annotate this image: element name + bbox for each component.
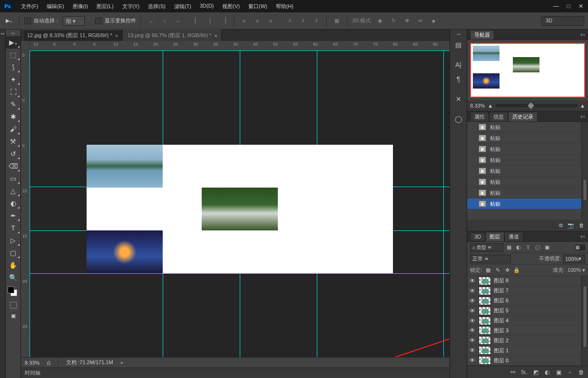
layer-thumbnail[interactable] (479, 346, 491, 355)
navigator-tab[interactable]: 导航器 (470, 30, 494, 40)
layer-row[interactable]: 👁图层 8 (467, 276, 588, 286)
info-tab[interactable]: 信息 (489, 112, 508, 121)
clone-stamp-tool[interactable]: ⚒ (6, 135, 20, 148)
blend-mode-dropdown[interactable]: 正常 ≑ (470, 255, 511, 263)
visibility-icon[interactable]: 👁 (469, 308, 476, 314)
lock-pixels-icon[interactable]: ▩ (485, 267, 491, 274)
filter-adjustment-icon[interactable]: ◐ (515, 244, 522, 251)
document-tab-active[interactable]: 12.jpg @ 8.33% (图层 11, RGB/8#) *× (23, 30, 122, 41)
window-close-button[interactable]: ✕ (577, 2, 585, 10)
opacity-input[interactable]: 100% ▾ (563, 255, 585, 263)
filter-smart-icon[interactable]: ▣ (543, 244, 551, 251)
layer-thumbnail[interactable] (479, 277, 491, 285)
layer-row[interactable]: 👁图层 6 (467, 296, 588, 306)
dist-vcenter-icon[interactable]: ≡ (252, 16, 263, 26)
lock-all-icon[interactable]: 🔒 (513, 267, 520, 274)
delete-layer-icon[interactable]: 🗑 (578, 368, 585, 376)
character-panel-icon[interactable]: A| (452, 58, 465, 71)
magic-wand-tool[interactable]: ✦ (6, 73, 20, 86)
align-vcenter-icon[interactable]: ⫞ (159, 16, 170, 26)
window-minimize-button[interactable]: — (552, 2, 560, 10)
layer-row[interactable]: 👁图层 5 (467, 306, 588, 316)
layer-thumbnail[interactable] (479, 326, 491, 335)
history-item[interactable]: 📋粘贴 (467, 122, 588, 133)
3d-pan-icon[interactable]: ✥ (402, 16, 412, 26)
current-tool-icon[interactable]: ▶₊ (4, 16, 14, 26)
layer-thumbnail[interactable] (479, 297, 491, 305)
libraries-icon[interactable]: ▤ (452, 38, 465, 51)
type-tool[interactable]: T (6, 222, 20, 234)
ruler-origin[interactable] (21, 41, 29, 50)
panel-menu-icon[interactable]: ▾≡ (580, 114, 585, 119)
menu-image[interactable]: 图像(I) (69, 1, 92, 12)
layer-thumbnail[interactable] (479, 336, 491, 345)
timeline-panel-collapsed[interactable]: 时间轴 (21, 368, 450, 378)
menu-layer[interactable]: 图层(L) (93, 1, 117, 12)
new-group-icon[interactable]: ▣ (555, 368, 562, 376)
filter-type-icon[interactable]: T (524, 244, 532, 251)
layer-row[interactable]: 👁图层 4 (467, 316, 588, 326)
history-item[interactable]: 📋粘贴 (467, 133, 588, 144)
brush-tool[interactable]: 🖌 (6, 123, 20, 135)
pen-tool[interactable]: ✒ (6, 209, 20, 222)
3d-scale-icon[interactable]: ■ (428, 16, 439, 26)
history-item[interactable]: 📋粘贴 (467, 166, 588, 177)
workspace-switcher[interactable]: 3D (541, 16, 584, 26)
dist-bottom-icon[interactable]: ≡ (265, 16, 276, 26)
doc-size[interactable]: 文档 :71.2M/171.1M (66, 359, 113, 366)
auto-select-checkbox[interactable] (24, 18, 31, 24)
visibility-icon[interactable]: 👁 (469, 357, 476, 364)
export-icon[interactable]: ⎙ (47, 360, 50, 366)
3d-orbit-icon[interactable]: ◉ (375, 16, 385, 26)
auto-select-dropdown[interactable]: 组 ▾ (63, 16, 85, 26)
align-bottom-icon[interactable]: ⫟ (173, 16, 183, 26)
dist-top-icon[interactable]: ≡ (239, 16, 249, 26)
menu-type[interactable]: 文字(Y) (118, 1, 144, 12)
new-document-from-state-icon[interactable]: ⧉ (559, 222, 563, 229)
hand-tool[interactable]: ✋ (6, 259, 20, 271)
history-item-current[interactable]: 📋粘贴 (467, 199, 588, 209)
layer-filter-type[interactable]: ⌕ 类型 ≑ (470, 243, 503, 252)
marquee-tool[interactable]: ⬚ (6, 49, 20, 61)
menu-3d[interactable]: 3D(D) (196, 1, 217, 12)
layer-style-icon[interactable]: fx. (520, 368, 528, 376)
visibility-icon[interactable]: 👁 (469, 278, 476, 284)
navigator-preview[interactable] (470, 43, 585, 98)
lock-position-icon[interactable]: ✥ (504, 267, 510, 274)
zoom-in-icon[interactable]: ▲ (580, 103, 585, 109)
auto-align-icon[interactable]: ▦ (332, 16, 342, 26)
vertical-ruler[interactable]: 505 101520 25 (21, 50, 29, 357)
nav-zoom-value[interactable]: 8.33% (470, 103, 485, 109)
visibility-icon[interactable]: 👁 (469, 288, 476, 294)
new-snapshot-icon[interactable]: 📷 (568, 222, 574, 229)
cc-libraries-icon[interactable]: ◯ (452, 112, 465, 126)
filter-shape-icon[interactable]: ▢ (534, 244, 541, 251)
screen-mode-button[interactable]: ▣ (6, 310, 20, 321)
eyedropper-tool[interactable]: ✎ (6, 98, 20, 110)
path-select-tool[interactable]: ▷ (6, 234, 20, 247)
window-maximize-button[interactable]: □ (564, 2, 573, 10)
show-transform-checkbox[interactable] (95, 18, 102, 24)
menu-edit[interactable]: 编辑(E) (43, 1, 68, 12)
align-left-icon[interactable]: ▏ (192, 16, 202, 26)
menu-window[interactable]: 窗口(W) (245, 1, 271, 12)
align-right-icon[interactable]: ▕ (218, 16, 229, 26)
lock-image-icon[interactable]: ✎ (494, 267, 501, 274)
layer-row[interactable]: 👁图层 2 (467, 336, 588, 346)
left-dock-collapse[interactable]: ▸▸ (0, 30, 6, 378)
visibility-icon[interactable]: 👁 (469, 337, 476, 344)
layer-row[interactable]: 👁图层 3 (467, 326, 588, 336)
layer-row[interactable]: 👁图层 7 (467, 286, 588, 296)
paragraph-panel-icon[interactable]: ¶ (452, 72, 465, 86)
link-layers-icon[interactable]: ⚯ (509, 368, 517, 376)
eraser-tool[interactable]: ⌫ (6, 160, 20, 172)
history-item[interactable]: 📋粘贴 (467, 144, 588, 155)
visibility-icon[interactable]: 👁 (469, 347, 476, 354)
layer-thumbnail[interactable] (479, 287, 491, 295)
menu-help[interactable]: 帮助(H) (272, 1, 297, 12)
history-item[interactable]: 📋粘贴 (467, 177, 588, 188)
horizontal-ruler[interactable]: 1050 51015 202530 354045 505560 657075 8… (29, 41, 450, 50)
history-item[interactable]: 📋粘贴 (467, 188, 588, 199)
new-layer-icon[interactable]: ▫ (566, 368, 574, 376)
history-tab[interactable]: 历史记录 (508, 112, 538, 121)
